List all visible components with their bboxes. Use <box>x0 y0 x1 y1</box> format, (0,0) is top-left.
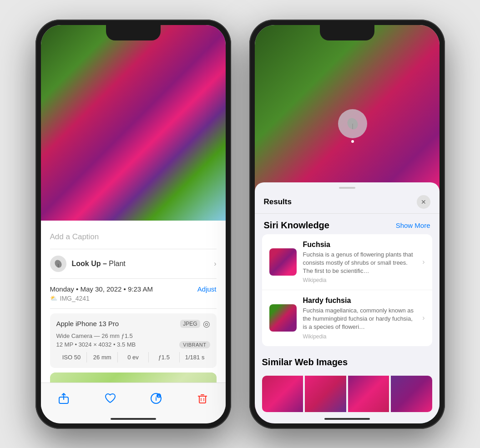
camera-info: Apple iPhone 13 Pro JPEG ◎ Wide Camera —… <box>50 313 217 368</box>
hardy-fuchsia-info: Hardy fuchsia Fuchsia magellanica, commo… <box>303 297 414 340</box>
home-indicator <box>111 418 156 420</box>
hardy-fuchsia-chevron-icon: › <box>422 314 424 322</box>
leaf-icon <box>54 259 63 268</box>
share-button[interactable] <box>58 393 70 404</box>
photo-date: Monday • May 30, 2022 • 9:23 AM <box>50 285 153 293</box>
web-image-2[interactable] <box>305 376 346 412</box>
right-phone: Results ✕ Siri Knowledge Show More <box>249 20 445 429</box>
adjust-button[interactable]: Adjust <box>197 285 217 293</box>
vibrant-badge: VIBRANT <box>179 341 210 348</box>
exif-iso: ISO 50 <box>56 352 87 362</box>
exif-focal: 26 mm <box>87 352 118 362</box>
knowledge-card: Fuchsia Fuchsia is a genus of flowering … <box>262 234 432 346</box>
fuchsia-description: Fuchsia is a genus of flowering plants t… <box>303 251 414 276</box>
trash-icon <box>197 393 208 404</box>
fuchsia-item[interactable]: Fuchsia Fuchsia is a genus of flowering … <box>262 234 432 291</box>
web-image-1[interactable] <box>262 376 303 412</box>
web-images-row <box>262 376 432 412</box>
notch <box>106 25 161 40</box>
web-image-4[interactable] <box>391 376 432 412</box>
cloud-icon: ⛅ <box>50 295 57 302</box>
results-header: Results ✕ <box>255 189 440 214</box>
results-title: Results <box>264 197 292 206</box>
meta-row: Monday • May 30, 2022 • 9:23 AM Adjust ⛅… <box>50 279 217 309</box>
info-button[interactable]: i i <box>150 393 162 404</box>
like-button[interactable] <box>104 393 116 404</box>
share-icon <box>58 393 70 404</box>
caption-placeholder[interactable]: Add a Caption <box>50 228 217 249</box>
show-more-button[interactable]: Show More <box>396 221 430 229</box>
siri-knowledge-header: Siri Knowledge Show More <box>255 214 440 234</box>
format-badge: JPEG <box>180 320 200 328</box>
exif-shutter: 1/181 s <box>180 352 210 362</box>
siri-knowledge-title: Siri Knowledge <box>264 220 329 231</box>
resolution: 12 MP • 3024 × 4032 • 3.5 MB <box>56 341 136 348</box>
hardy-fuchsia-source: Wikipedia <box>303 333 414 340</box>
left-screen: Add a Caption Look Up – Plant <box>41 25 226 423</box>
results-panel[interactable]: Results ✕ Siri Knowledge Show More <box>255 182 440 423</box>
location-icon: ◎ <box>203 319 210 329</box>
hardy-fuchsia-name: Hardy fuchsia <box>303 297 414 305</box>
web-images-header: Similar Web Images <box>262 351 432 376</box>
fuchsia-source: Wikipedia <box>303 277 414 283</box>
exif-aperture: ƒ1.5 <box>149 352 180 362</box>
delete-button[interactable] <box>197 393 208 404</box>
fuchsia-name: Fuchsia <box>303 241 414 249</box>
svg-text:i: i <box>158 394 159 398</box>
right-home-indicator <box>324 418 370 420</box>
exif-ev: 0 ev <box>118 352 149 362</box>
lookup-label: Look Up – Plant <box>72 260 126 268</box>
heart-icon <box>104 393 116 404</box>
lookup-row[interactable]: Look Up – Plant › <box>50 249 217 279</box>
right-screen: Results ✕ Siri Knowledge Show More <box>255 25 440 423</box>
fuchsia-thumbnail <box>269 248 297 276</box>
fuchsia-chevron-icon: › <box>422 258 424 266</box>
bottom-toolbar: i i <box>41 383 226 423</box>
wide-camera: Wide Camera — 26 mm ƒ1.5 <box>56 332 210 339</box>
leaf-lens-icon <box>345 116 360 131</box>
hardy-fuchsia-description: Fuchsia magellanica, commonly known as t… <box>303 307 414 332</box>
lookup-icon <box>50 256 66 272</box>
svg-rect-7 <box>199 396 206 403</box>
fuchsia-info: Fuchsia Fuchsia is a genus of flowering … <box>303 241 414 284</box>
web-images-title: Similar Web Images <box>262 357 348 367</box>
left-phone: Add a Caption Look Up – Plant <box>35 20 231 429</box>
hardy-fuchsia-thumbnail <box>269 304 297 332</box>
web-images-section: Similar Web Images <box>255 351 440 419</box>
visual-lens-overlay <box>338 109 367 138</box>
info-icon: i i <box>150 393 162 404</box>
lookup-chevron-icon: › <box>214 260 216 268</box>
photo-area[interactable] <box>41 25 226 221</box>
close-results-button[interactable]: ✕ <box>417 195 430 209</box>
exif-row: ISO 50 26 mm 0 ev ƒ1.5 1/181 s <box>56 352 210 362</box>
right-notch <box>320 25 374 40</box>
web-image-3[interactable] <box>348 376 389 412</box>
hardy-fuchsia-item[interactable]: Hardy fuchsia Fuchsia magellanica, commo… <box>262 290 432 346</box>
filename: IMG_4241 <box>60 295 90 302</box>
camera-model: Apple iPhone 13 Pro <box>56 320 119 327</box>
